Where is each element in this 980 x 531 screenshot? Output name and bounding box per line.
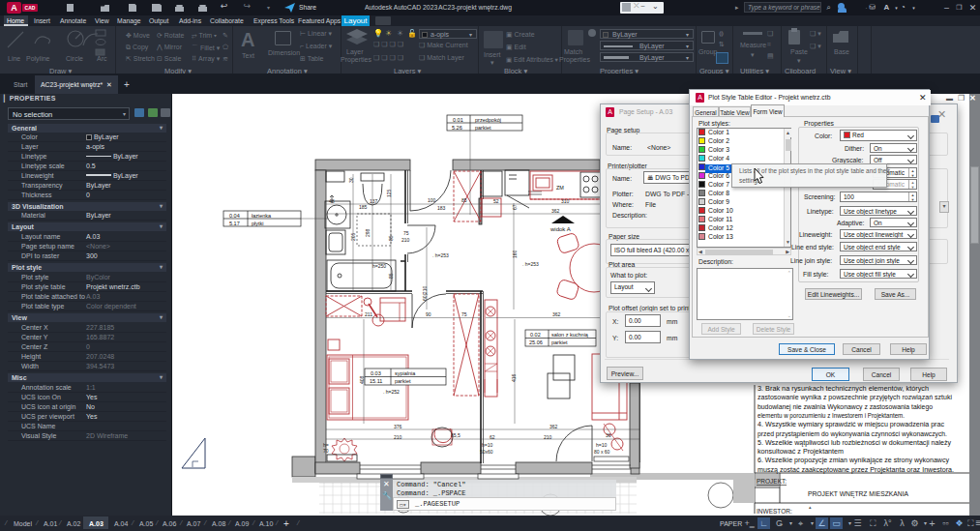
svg-text:0.04: 0.04 (229, 213, 240, 219)
svg-text:52: 52 (493, 198, 499, 204)
svg-text:sypialnia: sypialnia (395, 370, 416, 376)
svg-text:85: 85 (461, 197, 467, 203)
svg-text:36: 36 (606, 432, 611, 438)
svg-text:408: 408 (359, 375, 365, 384)
svg-text:80 x 60: 80 x 60 (594, 449, 610, 455)
svg-text:70: 70 (323, 448, 329, 454)
svg-text:zastosowanie wynika z powszech: zastosowanie wynika z powszechnie przyję… (757, 394, 952, 401)
svg-text:5. Wszelkie wątpliwości lub r: 5. Wszelkie wątpliwości lub rozbieżności… (757, 439, 952, 447)
svg-text:5.26: 5.26 (452, 125, 462, 131)
svg-text:185: 185 (359, 204, 368, 210)
svg-text:. h=253: . h=253 (522, 261, 539, 267)
svg-text:30: 30 (348, 177, 354, 183)
svg-text:łazienka: łazienka (252, 213, 272, 219)
svg-text:0.01: 0.01 (453, 117, 463, 123)
svg-text:362: 362 (551, 208, 560, 214)
svg-text:h=10: h=10 (482, 442, 492, 448)
svg-text:60|210: 60|210 (422, 286, 428, 301)
svg-text:salon z kuchnią: salon z kuchnią (551, 332, 589, 338)
svg-text:3. Brak na rysunkach technicz: 3. Brak na rysunkach technicznych elemen… (757, 385, 929, 393)
svg-text:90: 90 (426, 311, 431, 317)
svg-text:6. Wszelkie propozycje zmian: 6. Wszelkie propozycje zmian wynikające … (757, 457, 950, 464)
svg-text:przed przystąpieniem do wykony: przed przystąpieniem do wykonywania czyn… (757, 430, 947, 438)
svg-text:75: 75 (403, 230, 409, 236)
svg-text:85: 85 (388, 273, 394, 279)
svg-text:przedpokój: przedpokój (475, 117, 501, 123)
svg-text:376: 376 (394, 424, 402, 429)
svg-text:50x60: 50x60 (480, 449, 493, 455)
svg-text:25.06: 25.06 (529, 339, 543, 345)
svg-text:362: 362 (549, 424, 558, 429)
svg-text:elementu w porozumieniu z Inwe: elementu w porozumieniu z Inwestorem i P… (757, 412, 905, 420)
svg-text:75: 75 (461, 311, 467, 317)
svg-text:0.03: 0.03 (371, 370, 381, 376)
svg-text:210: 210 (401, 237, 410, 243)
svg-text:PROJEKT WNĘTRZ MIESZKANIA: PROJEKT WNĘTRZ MIESZKANIA (808, 489, 908, 498)
svg-text:85: 85 (388, 235, 394, 241)
svg-text:4. Wszystkie wymiary sprawdzi: 4. Wszystkie wymiary sprawdzić w miejscu… (757, 421, 945, 428)
svg-text:183: 183 (437, 205, 446, 211)
svg-text:konsultować z Projektantem: konsultować z Projektantem (757, 448, 844, 456)
svg-text:muszą zostać zaakceptowane prz: muszą zostać zaakceptowane przez Projekt… (757, 466, 954, 474)
svg-text:416: 416 (511, 373, 517, 382)
svg-text:125: 125 (386, 189, 392, 197)
svg-text:0.02: 0.02 (530, 332, 541, 338)
svg-text:362: 362 (552, 311, 561, 317)
svg-text:ZM: ZM (556, 185, 564, 191)
svg-text:137: 137 (370, 198, 378, 204)
svg-text:310: 310 (561, 198, 570, 204)
svg-text:widok A: widok A (549, 226, 571, 232)
svg-text:298: 298 (365, 228, 371, 237)
svg-text:100: 100 (428, 197, 436, 203)
svg-text:INWESTOR:: INWESTOR: (757, 508, 792, 515)
svg-text:parkiet: parkiet (551, 339, 568, 345)
svg-text:211: 211 (365, 311, 372, 317)
svg-text:67: 67 (512, 204, 518, 210)
svg-text:48: 48 (329, 198, 335, 204)
svg-text:h=250: h=250 (372, 263, 386, 269)
svg-text:. h=253: . h=253 (432, 252, 449, 258)
svg-text:parkiet: parkiet (475, 125, 491, 131)
svg-text:płytki: płytki (252, 221, 264, 226)
svg-text:parkiet: parkiet (395, 378, 411, 384)
svg-text:5.17: 5.17 (229, 221, 240, 226)
svg-text:. h=252: . h=252 (383, 389, 400, 395)
svg-text:210: 210 (544, 434, 552, 440)
svg-text:210: 210 (394, 434, 402, 440)
svg-text:62: 62 (490, 434, 495, 440)
svg-text:205: 205 (350, 232, 356, 241)
svg-text:15.11: 15.11 (370, 378, 382, 384)
svg-text:PROJEKT:: PROJEKT: (757, 478, 787, 485)
svg-text:h=10: h=10 (596, 442, 607, 448)
svg-text:▴: ▴ (809, 504, 812, 510)
svg-text:budowlanej nie zwalnia Wykonaw: budowlanej nie zwalnia Wykonawcy z zasto… (757, 403, 933, 411)
svg-text:85,5: 85,5 (451, 432, 460, 438)
svg-text:160: 160 (512, 250, 518, 258)
